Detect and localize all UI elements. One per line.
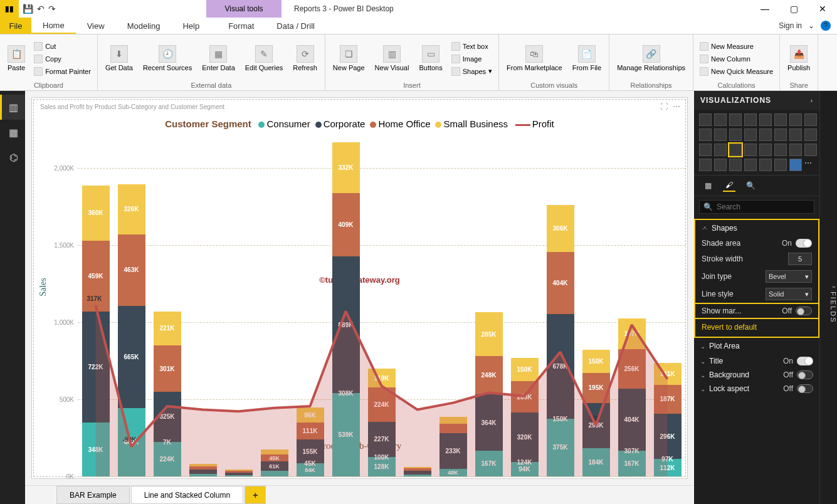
viz-type-icon[interactable]: [774, 159, 787, 171]
viz-type-icon[interactable]: [744, 159, 757, 171]
viz-type-icon[interactable]: [729, 144, 742, 156]
fields-well-tab[interactable]: ▦: [702, 179, 714, 192]
more-options-icon[interactable]: ⋯: [673, 102, 680, 111]
new-measure-button[interactable]: New Measure: [697, 41, 776, 52]
shade-area-toggle[interactable]: [796, 239, 812, 248]
viz-type-icon[interactable]: [759, 113, 772, 126]
file-tab[interactable]: File: [0, 18, 31, 34]
viz-type-icon[interactable]: [759, 159, 772, 171]
new-quick-measure-button[interactable]: New Quick Measure: [697, 66, 776, 77]
buttons-button[interactable]: ▭Buttons: [415, 44, 446, 73]
edit-queries-button[interactable]: ✎Edit Queries: [241, 44, 287, 73]
line-style-select[interactable]: Solid▾: [766, 288, 812, 300]
viz-type-icon[interactable]: [699, 159, 712, 171]
title-toggle[interactable]: [797, 357, 813, 365]
format-tab[interactable]: 🖌: [723, 179, 735, 192]
model-view-button[interactable]: ⌬: [0, 145, 25, 170]
viz-type-icon[interactable]: [774, 144, 787, 156]
search-input[interactable]: [717, 202, 811, 211]
report-view-button[interactable]: ▥: [0, 95, 25, 120]
add-page-button[interactable]: +: [245, 486, 266, 504]
viz-type-icon[interactable]: [774, 129, 787, 141]
viz-type-icon[interactable]: [774, 113, 787, 126]
page-tab-line-stacked[interactable]: Line and Stacked Column: [131, 486, 243, 504]
chart-visual[interactable]: Sales and Profit by Product Sub-Category…: [33, 99, 686, 477]
viz-type-icon[interactable]: [714, 113, 727, 126]
fields-pane-collapsed[interactable]: ‹ FIELDS: [819, 91, 837, 504]
tab-format[interactable]: Format: [217, 18, 265, 34]
cut-button[interactable]: Cut: [31, 41, 93, 52]
tab-home[interactable]: Home: [31, 18, 76, 34]
minimize-button[interactable]: —: [750, 0, 779, 18]
undo-icon[interactable]: ↶: [37, 4, 45, 14]
lock-aspect-toggle[interactable]: [797, 384, 813, 393]
stroke-width-input[interactable]: [788, 253, 812, 265]
copy-button[interactable]: Copy: [31, 53, 93, 65]
get-data-button[interactable]: ⬇Get Data: [102, 44, 137, 73]
viz-type-icon[interactable]: [729, 159, 742, 171]
image-button[interactable]: Image: [449, 53, 495, 65]
shapes-button[interactable]: Shapes ▾: [449, 66, 495, 77]
viz-type-icon[interactable]: [699, 129, 712, 141]
manage-relationships-button[interactable]: 🔗Manage Relationships: [613, 44, 689, 73]
viz-type-icon[interactable]: [804, 113, 817, 126]
join-type-select[interactable]: Bevel▾: [766, 270, 812, 283]
shapes-header[interactable]: ㅅShapes: [695, 220, 818, 236]
new-visual-button[interactable]: ▥New Visual: [371, 44, 413, 73]
format-painter-button[interactable]: Format Painter: [31, 66, 93, 77]
show-marker-toggle[interactable]: [796, 307, 812, 315]
viz-type-icon[interactable]: [729, 113, 742, 126]
viz-type-icon[interactable]: [789, 144, 802, 156]
viz-type-icon[interactable]: [744, 129, 757, 141]
viz-type-icon[interactable]: [789, 159, 802, 171]
tab-data-drill[interactable]: Data / Drill: [265, 18, 326, 34]
recent-sources-button[interactable]: 🕘Recent Sources: [139, 44, 196, 73]
focus-mode-icon[interactable]: ⛶: [660, 102, 668, 111]
save-icon[interactable]: 💾: [23, 4, 33, 14]
sign-in-link[interactable]: Sign in: [779, 21, 802, 30]
viz-type-icon[interactable]: [789, 113, 802, 126]
viz-type-icon[interactable]: [699, 144, 712, 156]
close-button[interactable]: ✕: [808, 0, 837, 18]
text-box-button[interactable]: Text box: [449, 41, 495, 52]
viz-type-icon[interactable]: [759, 144, 772, 156]
revert-to-default-link[interactable]: Revert to default: [695, 319, 818, 335]
plot-area-header[interactable]: ⌄Plot Area: [694, 338, 819, 354]
collapse-viz-pane-icon[interactable]: ›: [811, 97, 813, 104]
refresh-button[interactable]: ⟳Refresh: [289, 44, 321, 73]
viz-type-icon[interactable]: [744, 144, 757, 156]
viz-type-icon[interactable]: [759, 129, 772, 141]
page-tab-bar-example[interactable]: BAR Example: [56, 486, 130, 504]
report-canvas[interactable]: Sales and Profit by Product Sub-Category…: [31, 97, 688, 479]
viz-type-icon[interactable]: [804, 144, 817, 156]
viz-type-icon[interactable]: [714, 159, 727, 171]
viz-more-icon[interactable]: ⋯: [804, 159, 817, 171]
paste-button[interactable]: 📋Paste: [4, 44, 29, 73]
viz-type-icon[interactable]: [714, 144, 727, 156]
maximize-button[interactable]: ▢: [779, 0, 808, 18]
visual-title: Sales and Profit by Product Sub-Category…: [40, 103, 224, 110]
viz-type-icon[interactable]: [789, 129, 802, 141]
y-axis-label: Sales: [38, 278, 48, 297]
tab-modeling[interactable]: Modeling: [116, 18, 172, 34]
help-icon[interactable]: ?: [821, 21, 831, 31]
from-marketplace-button[interactable]: 🛍From Marketplace: [503, 44, 566, 73]
viz-type-icon[interactable]: [744, 113, 757, 126]
tab-help[interactable]: Help: [171, 18, 211, 34]
analytics-tab[interactable]: 🔍: [744, 179, 757, 192]
background-toggle[interactable]: [797, 370, 813, 379]
tab-view[interactable]: View: [76, 18, 116, 34]
new-page-button[interactable]: ❏New Page: [329, 44, 369, 73]
new-column-button[interactable]: New Column: [697, 53, 776, 65]
viz-type-icon[interactable]: [729, 129, 742, 141]
viz-type-icon[interactable]: [804, 129, 817, 141]
viz-type-icon[interactable]: [699, 113, 712, 126]
format-search[interactable]: 🔍: [699, 200, 814, 214]
publish-button[interactable]: 📤Publish: [784, 44, 814, 73]
enter-data-button[interactable]: ▦Enter Data: [198, 44, 239, 73]
account-chevron-icon[interactable]: ⌄: [808, 21, 814, 30]
viz-type-icon[interactable]: [714, 129, 727, 141]
data-view-button[interactable]: ▦: [0, 120, 25, 145]
from-file-button[interactable]: 📄From File: [569, 44, 605, 73]
redo-icon[interactable]: ↷: [48, 4, 56, 14]
